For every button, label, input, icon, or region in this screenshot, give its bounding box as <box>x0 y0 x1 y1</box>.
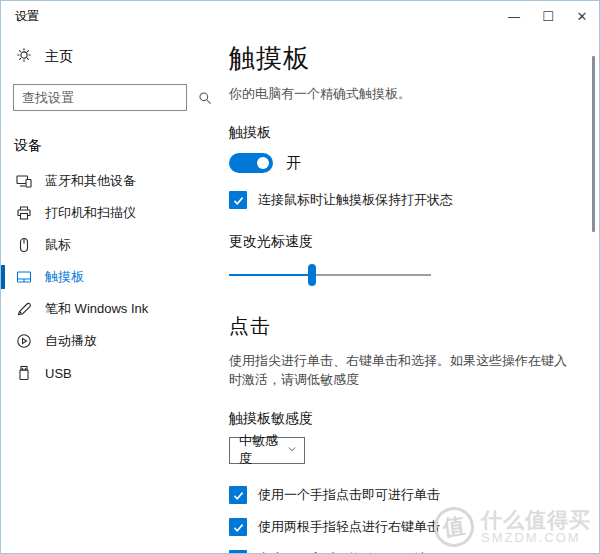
sidebar-section-devices: 设备 <box>1 111 201 165</box>
scrollbar[interactable] <box>592 56 595 232</box>
sidebar-item-label: 自动播放 <box>45 332 97 350</box>
tap-twice-drag-checkbox[interactable] <box>229 550 247 554</box>
single-finger-tap-label: 使用一个手指点击即可进行单击 <box>258 486 440 504</box>
sidebar-item-label: 笔和 Windows Ink <box>45 300 148 318</box>
smzdm-logo-icon: 值 <box>431 504 476 549</box>
sidebar-item-label: 触摸板 <box>45 268 84 286</box>
window-title: 设置 <box>1 8 497 25</box>
sidebar-item-mouse[interactable]: 鼠标 <box>1 229 201 261</box>
touchpad-icon <box>16 269 32 285</box>
sidebar: 主页 设备 蓝牙和其他设备 打印机和扫描仪 <box>1 31 201 554</box>
titlebar: 设置 — ☐ ✕ <box>1 1 599 31</box>
close-button[interactable]: ✕ <box>565 1 599 31</box>
sidebar-item-bluetooth[interactable]: 蓝牙和其他设备 <box>1 165 201 197</box>
cursor-speed-slider[interactable] <box>229 264 431 286</box>
sensitivity-label: 触摸板敏感度 <box>229 410 569 428</box>
slider-fill <box>229 274 312 276</box>
sidebar-item-touchpad[interactable]: 触摸板 <box>1 261 201 293</box>
toggle-state-label: 开 <box>286 154 301 173</box>
sidebar-item-home[interactable]: 主页 <box>1 37 201 76</box>
taps-section-description: 使用指尖进行单击、右键单击和选择。如果这些操作在键入时激活，请调低敏感度 <box>229 352 569 390</box>
sidebar-item-autoplay[interactable]: 自动播放 <box>1 325 201 357</box>
maximize-button[interactable]: ☐ <box>531 1 565 31</box>
page-subtitle: 你的电脑有一个精确式触摸板。 <box>229 85 569 103</box>
two-finger-tap-label: 使用两根手指轻点进行右键单击 <box>258 518 440 536</box>
mouse-icon <box>16 237 32 253</box>
watermark-name: 什么值得买 <box>481 508 591 531</box>
page-title: 触摸板 <box>229 41 569 76</box>
minimize-button[interactable]: — <box>497 1 531 31</box>
smzdm-watermark: 值 什么值得买 SMZDM.COM <box>434 507 591 547</box>
keep-touchpad-on-checkbox[interactable] <box>229 191 247 209</box>
main-panel: 触摸板 你的电脑有一个精确式触摸板。 触摸板 开 连接鼠标时让触摸板保持打开状态… <box>201 31 599 554</box>
two-finger-tap-checkbox[interactable] <box>229 518 247 536</box>
bluetooth-devices-icon <box>16 173 32 189</box>
sidebar-item-label: 蓝牙和其他设备 <box>45 172 136 190</box>
window-controls: — ☐ ✕ <box>497 1 599 31</box>
sidebar-item-pen-windows-ink[interactable]: 笔和 Windows Ink <box>1 293 201 325</box>
keep-touchpad-on-label: 连接鼠标时让触摸板保持打开状态 <box>258 191 453 209</box>
sidebar-item-label: USB <box>45 366 72 381</box>
chevron-down-icon <box>286 443 298 458</box>
search-input[interactable] <box>14 90 198 105</box>
watermark-site: SMZDM.COM <box>481 531 591 545</box>
tap-click-row: 使用一个手指点击即可进行单击 <box>229 487 569 504</box>
tap-twice-drag-label: 点击两次之后再拖动即可多选 <box>258 550 427 554</box>
sidebar-home-label: 主页 <box>45 48 73 66</box>
printer-icon <box>16 205 32 221</box>
autoplay-icon <box>16 333 32 349</box>
search-box[interactable] <box>13 84 187 111</box>
touchpad-toggle[interactable] <box>229 153 273 173</box>
gear-icon <box>16 47 32 66</box>
usb-icon <box>16 365 32 381</box>
touchpad-toggle-label: 触摸板 <box>229 124 569 142</box>
cursor-speed-label: 更改光标速度 <box>229 233 569 251</box>
sensitivity-value: 中敏感度 <box>239 432 286 468</box>
settings-window: 设置 — ☐ ✕ 主页 设备 <box>0 0 600 554</box>
slider-thumb[interactable] <box>308 264 316 286</box>
single-finger-tap-checkbox[interactable] <box>229 486 247 504</box>
sidebar-item-printers[interactable]: 打印机和扫描仪 <box>1 197 201 229</box>
taps-section-heading: 点击 <box>229 313 569 340</box>
pen-icon <box>16 301 32 317</box>
sidebar-item-label: 打印机和扫描仪 <box>45 204 136 222</box>
sidebar-item-label: 鼠标 <box>45 236 71 254</box>
toggle-knob <box>257 157 269 169</box>
sidebar-item-usb[interactable]: USB <box>1 357 201 389</box>
sensitivity-dropdown[interactable]: 中敏感度 <box>229 437 305 464</box>
